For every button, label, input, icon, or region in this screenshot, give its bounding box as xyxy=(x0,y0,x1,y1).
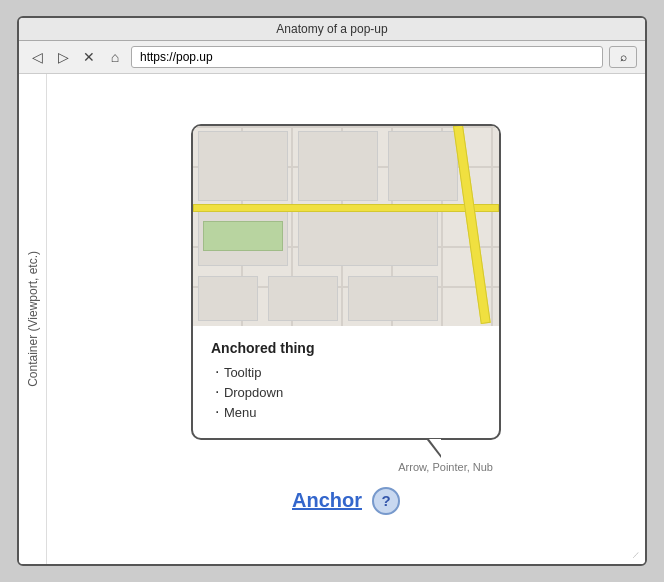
nub-label: Arrow, Pointer, Nub xyxy=(398,461,493,473)
popup-container: Anchored thing Tooltip Dropdown Menu Arr… xyxy=(191,124,501,515)
back-button[interactable]: ◁ xyxy=(27,47,47,67)
list-item: Tooltip xyxy=(215,362,481,382)
window-title: Anatomy of a pop-up xyxy=(276,22,387,36)
home-button[interactable]: ⌂ xyxy=(105,47,125,67)
map-yellow-road-diagonal xyxy=(453,126,491,324)
map-area xyxy=(193,126,499,326)
sidebar-label: Container (Viewport, etc.) xyxy=(26,251,40,387)
forward-icon: ▷ xyxy=(58,49,69,65)
title-bar: Anatomy of a pop-up xyxy=(19,18,645,41)
popup-list: Tooltip Dropdown Menu xyxy=(211,362,481,422)
home-icon: ⌂ xyxy=(111,49,119,65)
main-content: Anchored thing Tooltip Dropdown Menu Arr… xyxy=(47,74,645,564)
nav-bar: ◁ ▷ ✕ ⌂ ⌕ xyxy=(19,41,645,74)
content-area: Container (Viewport, etc.) xyxy=(19,74,645,564)
browser-window: Anatomy of a pop-up ◁ ▷ ✕ ⌂ ⌕ Container … xyxy=(17,16,647,566)
close-icon: ✕ xyxy=(83,49,95,65)
map-yellow-road-horizontal xyxy=(193,204,499,212)
popup-nub-inner xyxy=(429,439,441,455)
map-block-8 xyxy=(348,276,438,321)
forward-button[interactable]: ▷ xyxy=(53,47,73,67)
map-block-5 xyxy=(298,211,438,266)
popup-title: Anchored thing xyxy=(211,340,481,356)
anchor-link[interactable]: Anchor xyxy=(292,489,362,512)
map-block-6 xyxy=(198,276,258,321)
map-block-3 xyxy=(388,131,458,201)
close-button[interactable]: ✕ xyxy=(79,47,99,67)
list-item: Dropdown xyxy=(215,382,481,402)
map-green-block xyxy=(203,221,283,251)
help-icon: ? xyxy=(381,492,390,509)
popup-nub xyxy=(427,440,441,458)
popup-arrow-area: Arrow, Pointer, Nub xyxy=(191,440,501,473)
list-item: Menu xyxy=(215,402,481,422)
search-button[interactable]: ⌕ xyxy=(609,46,637,68)
back-icon: ◁ xyxy=(32,49,43,65)
map-block-2 xyxy=(298,131,378,201)
popup-box: Anchored thing Tooltip Dropdown Menu xyxy=(191,124,501,440)
map-block-1 xyxy=(198,131,288,201)
address-bar[interactable] xyxy=(131,46,603,68)
sidebar: Container (Viewport, etc.) xyxy=(19,74,47,564)
search-icon: ⌕ xyxy=(620,50,627,64)
resize-handle[interactable]: ⟋ xyxy=(631,549,641,560)
anchor-row: Anchor ? xyxy=(292,487,400,515)
map-block-7 xyxy=(268,276,338,321)
popup-content: Anchored thing Tooltip Dropdown Menu xyxy=(193,326,499,438)
help-button[interactable]: ? xyxy=(372,487,400,515)
